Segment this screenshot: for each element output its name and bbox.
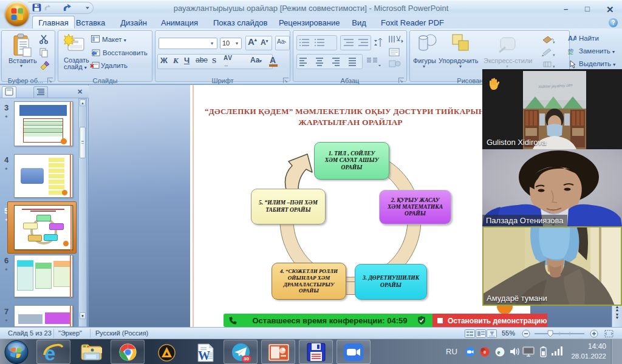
svg-text:▾: ▾	[553, 40, 555, 44]
svg-text:АА: АА	[568, 35, 576, 42]
svg-text:ac: ac	[568, 50, 573, 55]
svg-text:▾: ▾	[553, 53, 555, 57]
svg-text:W: W	[198, 349, 210, 362]
svg-text:▾: ▾	[553, 64, 555, 69]
svg-text:e: e	[497, 348, 501, 356]
svg-text:0: 0	[484, 350, 486, 354]
